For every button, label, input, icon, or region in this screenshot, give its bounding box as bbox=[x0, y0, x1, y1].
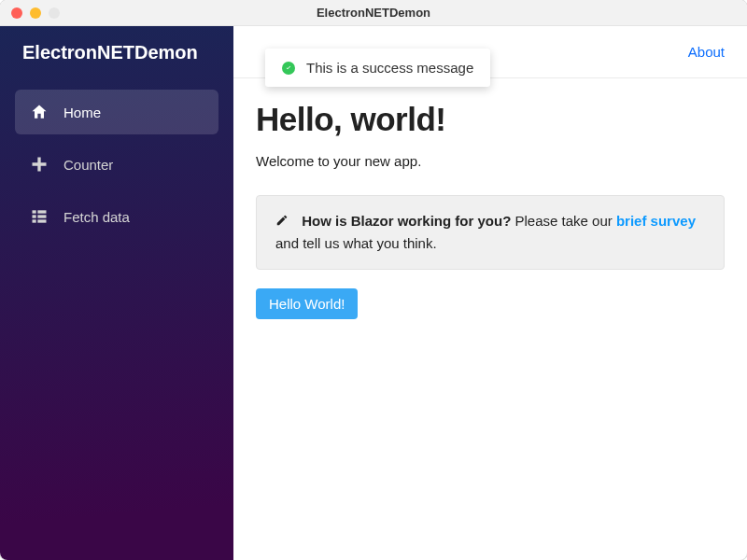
list-icon bbox=[30, 207, 49, 226]
toast-message: This is a success message bbox=[306, 60, 473, 76]
main-panel: About This is a success message Hello, w… bbox=[233, 26, 747, 560]
survey-link[interactable]: brief survey bbox=[616, 213, 696, 229]
maximize-window-icon[interactable] bbox=[49, 7, 60, 19]
app-window: ElectronNETDemon ElectronNETDemon Home C… bbox=[0, 0, 747, 560]
home-icon bbox=[30, 103, 49, 121]
sidebar-item-label: Home bbox=[63, 105, 101, 120]
toast-success: This is a success message bbox=[265, 49, 490, 87]
window-title: ElectronNETDemon bbox=[0, 6, 747, 20]
success-check-icon bbox=[282, 62, 295, 75]
svg-rect-3 bbox=[37, 215, 46, 217]
survey-prompt-after: and tell us what you think. bbox=[275, 235, 437, 251]
svg-rect-4 bbox=[33, 219, 36, 222]
survey-question: How is Blazor working for you? bbox=[302, 213, 511, 229]
about-link[interactable]: About bbox=[688, 44, 725, 60]
close-window-icon[interactable] bbox=[11, 7, 22, 19]
titlebar: ElectronNETDemon bbox=[0, 0, 747, 26]
plus-icon bbox=[30, 155, 49, 174]
welcome-text: Welcome to your new app. bbox=[256, 153, 725, 169]
svg-rect-2 bbox=[33, 215, 36, 217]
brand-title: ElectronNETDemon bbox=[0, 26, 233, 78]
sidebar-item-home[interactable]: Home bbox=[15, 90, 218, 134]
page-headline: Hello, world! bbox=[256, 101, 725, 138]
survey-prompt-before: Please take our bbox=[511, 213, 616, 229]
sidebar-item-counter[interactable]: Counter bbox=[15, 142, 218, 187]
minimize-window-icon[interactable] bbox=[30, 7, 41, 19]
sidebar-item-label: Counter bbox=[63, 157, 113, 173]
hello-world-button[interactable]: Hello World! bbox=[256, 288, 358, 319]
sidebar-item-fetch-data[interactable]: Fetch data bbox=[15, 194, 218, 239]
svg-rect-1 bbox=[37, 210, 46, 213]
svg-rect-5 bbox=[37, 219, 46, 222]
sidebar: ElectronNETDemon Home Counter bbox=[0, 26, 233, 560]
survey-alert: How is Blazor working for you? Please ta… bbox=[256, 195, 725, 270]
svg-rect-0 bbox=[33, 210, 36, 213]
sidebar-nav: Home Counter Fetch data bbox=[0, 78, 233, 239]
page-content: Hello, world! Welcome to your new app. H… bbox=[233, 78, 747, 342]
sidebar-item-label: Fetch data bbox=[63, 209, 130, 225]
pencil-icon bbox=[275, 212, 289, 233]
app-body: ElectronNETDemon Home Counter bbox=[0, 26, 747, 560]
window-controls bbox=[11, 7, 60, 19]
